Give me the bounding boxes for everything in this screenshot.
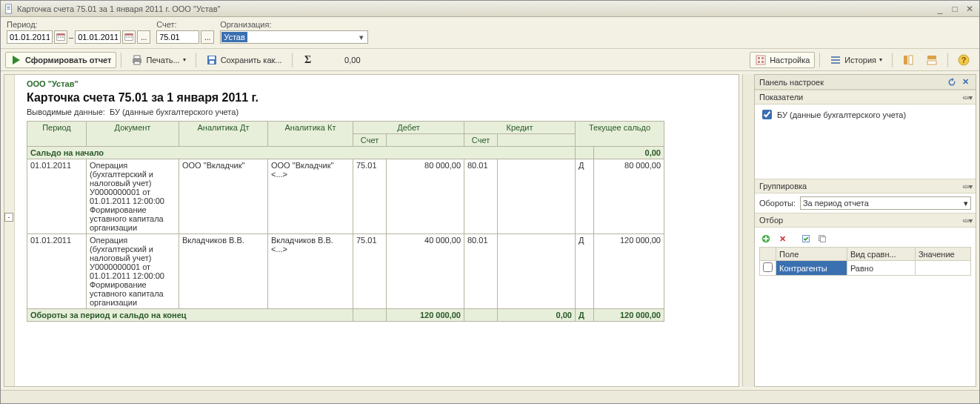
form-report-button[interactable]: Сформировать отчет (5, 52, 116, 68)
sect-group: Группировка (759, 182, 807, 191)
svg-text:?: ? (961, 56, 967, 64)
edit-filter-icon[interactable] (799, 232, 813, 245)
panel-title: Панель настроек (759, 78, 824, 87)
window-title: Карточка счета 75.01 за 1 января 2011 г.… (17, 4, 220, 13)
report-area: - ООО "Устав" Карточка счета 75.01 за 1 … (4, 74, 739, 387)
list-icon (830, 54, 841, 66)
print-button[interactable]: Печать... ▾ (126, 52, 190, 68)
svg-rect-12 (128, 36, 130, 38)
org-label: Организация: (220, 20, 368, 29)
fcol-val: Значение (915, 248, 970, 261)
svg-rect-30 (909, 56, 913, 64)
svg-rect-13 (130, 36, 132, 38)
date-sep: – (69, 33, 73, 42)
chevron-down-icon[interactable]: ▾ (964, 199, 968, 208)
panel-close-icon[interactable]: ✕ (959, 76, 971, 88)
params-bar: Период: – ... Счет: ... Организация: Уст… (1, 17, 979, 49)
help-button[interactable]: ? (953, 52, 975, 68)
filter-checkbox[interactable] (763, 262, 773, 272)
collapse-button[interactable]: - (4, 213, 13, 222)
svg-rect-23 (761, 57, 764, 59)
sigma-icon: Σ (302, 54, 314, 66)
table-row[interactable]: 01.01.2011Операция (бухгалтерский и нало… (27, 234, 664, 309)
report-subtitle: Выводимые данные: БУ (данные бухгалтерск… (27, 107, 731, 116)
org-select[interactable]: Устав ▾ (220, 30, 368, 44)
tool-b-button[interactable] (921, 52, 943, 68)
svg-rect-3 (7, 9, 10, 10)
report-scrollbar[interactable] (742, 74, 754, 387)
outline-gutter: - (4, 75, 15, 386)
chevron-down-icon: ▾ (879, 56, 882, 63)
print-label: Печать... (146, 56, 179, 64)
save-button[interactable]: Сохранить как... (201, 52, 287, 68)
chevron-down-icon[interactable]: ▾ (356, 33, 367, 42)
date-from-calendar-icon[interactable] (54, 30, 67, 44)
col-period: Период (27, 122, 87, 147)
copy-filter-icon[interactable] (816, 232, 829, 245)
settings-button[interactable]: Настройка (750, 52, 815, 68)
report-table: Период Документ Аналитика Дт Аналитика К… (27, 121, 664, 322)
printer-icon (131, 54, 143, 66)
svg-rect-6 (58, 36, 59, 38)
col-adt: Аналитика Дт (179, 122, 268, 147)
layout2-icon (926, 54, 938, 66)
account-input[interactable] (156, 30, 199, 44)
tool-a-button[interactable] (897, 52, 919, 68)
sum-button[interactable]: Σ (297, 52, 319, 68)
col-akt: Аналитика Кт (268, 122, 353, 147)
svg-rect-1 (7, 6, 10, 7)
save-label: Сохранить как... (221, 56, 282, 64)
account-more-button[interactable]: ... (201, 30, 214, 44)
sect-filter: Отбор (759, 216, 783, 225)
form-report-label: Сформировать отчет (25, 56, 111, 64)
col-saldo: Текущее сальдо (576, 122, 664, 147)
svg-rect-32 (927, 61, 936, 64)
indicator-item[interactable]: БУ (данные бухгалтерского учета) (759, 107, 971, 122)
svg-rect-28 (831, 62, 840, 64)
table-row[interactable]: 01.01.2011Операция (бухгалтерский и нало… (27, 159, 664, 234)
indicator-checkbox[interactable] (762, 110, 772, 119)
add-filter-icon[interactable] (759, 232, 773, 245)
svg-rect-40 (820, 236, 825, 242)
chevrons-icon[interactable]: « » ▾ (962, 93, 971, 102)
period-label: Период: (7, 20, 150, 29)
col-credit: Кредит (464, 122, 576, 134)
group-value: За период отчета (803, 199, 869, 208)
svg-rect-8 (62, 36, 64, 38)
svg-rect-5 (57, 34, 65, 36)
svg-rect-24 (758, 61, 760, 63)
settings-icon (755, 54, 767, 66)
maximize-button[interactable]: □ (948, 4, 961, 14)
filter-val[interactable] (915, 261, 970, 276)
filter-cmp[interactable]: Равно (847, 261, 915, 276)
svg-rect-20 (210, 61, 214, 64)
saldo-start-row: Сальдо на начало0,00 (27, 147, 664, 159)
chevrons-icon[interactable]: « » ▾ (962, 216, 971, 225)
remove-filter-icon[interactable]: ✕ (776, 232, 789, 245)
chevron-down-icon: ▾ (183, 56, 186, 63)
svg-rect-26 (831, 56, 840, 58)
indicator-label: БУ (данные бухгалтерского учета) (777, 110, 906, 119)
layout-icon (902, 54, 914, 66)
col-dacc: Счет (353, 134, 387, 147)
titlebar: Карточка счета 75.01 за 1 января 2011 г.… (1, 1, 979, 17)
date-to-input[interactable] (75, 30, 121, 44)
date-to-calendar-icon[interactable] (122, 30, 136, 44)
group-label: Обороты: (759, 199, 796, 208)
minimize-button[interactable]: _ (933, 4, 947, 14)
toolbar: Сформировать отчет Печать... ▾ Сохранить… (1, 49, 979, 71)
report-org: ООО "Устав" (27, 79, 731, 88)
date-from-input[interactable] (7, 30, 53, 44)
col-doc: Документ (87, 122, 179, 147)
chevrons-icon[interactable]: « » ▾ (962, 182, 971, 191)
filter-row[interactable]: Контрагенты Равно (760, 261, 971, 276)
close-button[interactable]: ✕ (963, 4, 976, 14)
col-debit: Дебет (353, 122, 464, 134)
history-button[interactable]: История ▾ (824, 52, 887, 68)
svg-rect-37 (764, 238, 769, 239)
org-value: Устав (221, 32, 247, 42)
period-more-button[interactable]: ... (137, 30, 150, 44)
filter-field[interactable]: Контрагенты (776, 261, 847, 276)
panel-refresh-icon[interactable] (946, 76, 958, 88)
group-select[interactable]: За период отчета ▾ (800, 196, 971, 210)
